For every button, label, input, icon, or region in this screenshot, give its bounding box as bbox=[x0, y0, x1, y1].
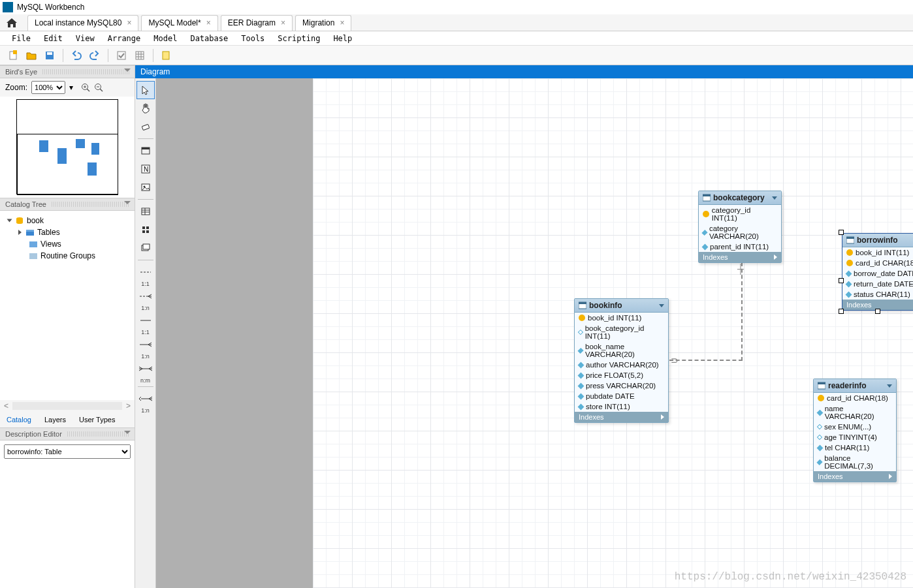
column-row[interactable]: sex ENUM(...) bbox=[814, 422, 896, 432]
close-icon[interactable]: × bbox=[281, 18, 285, 27]
column-row[interactable]: age TINYINT(4) bbox=[814, 432, 896, 442]
zoom-out-icon[interactable] bbox=[94, 83, 103, 92]
tab-local-instance[interactable]: Local instance MySQL80 × bbox=[27, 15, 138, 31]
column-row[interactable]: book_id INT(11) bbox=[575, 313, 668, 323]
column-row[interactable]: category_id INT(11) bbox=[699, 205, 781, 223]
zoom-dropdown-icon[interactable]: ▾ bbox=[69, 83, 73, 92]
description-editor-header[interactable]: Description Editor bbox=[0, 427, 135, 441]
column-row[interactable]: tel CHAR(11) bbox=[814, 442, 896, 453]
menu-view[interactable]: View bbox=[69, 32, 101, 45]
indexes-footer[interactable]: Indexes bbox=[575, 412, 668, 422]
column-row[interactable]: pubdate DATE bbox=[575, 391, 668, 401]
tree-routine-groups-node[interactable]: Routine Groups bbox=[5, 250, 129, 262]
birds-eye-view[interactable] bbox=[0, 97, 135, 198]
menu-model[interactable]: Model bbox=[147, 32, 184, 45]
rel-1-n-id-tool[interactable] bbox=[136, 335, 155, 354]
rel-1-1-id-tool[interactable] bbox=[136, 311, 155, 330]
tab-mysql-model[interactable]: MySQL Model* × bbox=[141, 15, 217, 31]
tree-views-node[interactable]: Views bbox=[5, 238, 129, 250]
menu-tools[interactable]: Tools bbox=[234, 32, 271, 45]
relationship-line[interactable] bbox=[741, 262, 743, 361]
view-tool[interactable] bbox=[136, 221, 155, 239]
table-bookcategory[interactable]: bookcategory category_id INT(11) categor… bbox=[698, 191, 782, 263]
grid-button[interactable] bbox=[132, 48, 148, 63]
relationship-line[interactable] bbox=[669, 360, 743, 361]
validate-button[interactable] bbox=[114, 48, 129, 63]
zoom-select[interactable]: 100% bbox=[31, 81, 65, 94]
column-row[interactable]: return_date DATE bbox=[842, 279, 913, 289]
birds-eye-header[interactable]: Bird's Eye bbox=[0, 65, 135, 78]
menu-edit[interactable]: Edit bbox=[37, 32, 69, 45]
menu-database[interactable]: Database bbox=[184, 32, 234, 45]
column-row[interactable]: parent_id INT(11) bbox=[699, 241, 781, 252]
tab-eer-diagram[interactable]: EER Diagram × bbox=[221, 15, 293, 31]
column-row[interactable]: price FLOAT(5,2) bbox=[575, 370, 668, 380]
layer-tool[interactable] bbox=[136, 142, 155, 160]
column-row[interactable]: card_id CHAR(18) bbox=[814, 393, 896, 403]
catalog-tree-header[interactable]: Catalog Tree bbox=[0, 198, 135, 211]
column-row[interactable]: store INT(11) bbox=[575, 401, 668, 412]
rel-1-1-nonid-tool[interactable] bbox=[136, 263, 155, 281]
close-icon[interactable]: × bbox=[340, 18, 344, 27]
description-object-select[interactable]: borrowinfo: Table bbox=[4, 444, 131, 459]
save-button[interactable] bbox=[42, 48, 57, 63]
menu-help[interactable]: Help bbox=[327, 32, 359, 45]
column-row[interactable]: name VARCHAR(20) bbox=[814, 403, 896, 422]
column-row[interactable]: book_name VARCHAR(20) bbox=[575, 341, 668, 360]
tab-migration[interactable]: Migration × bbox=[295, 15, 351, 31]
zoom-in-icon[interactable] bbox=[81, 83, 90, 92]
column-row[interactable]: borrow_date DATE bbox=[842, 268, 913, 279]
table-header[interactable]: borrowinfo bbox=[842, 234, 913, 247]
menu-arrange[interactable]: Arrange bbox=[101, 32, 148, 45]
undo-button[interactable] bbox=[69, 48, 84, 63]
table-header[interactable]: readerinfo bbox=[814, 379, 896, 393]
column-row[interactable]: category VARCHAR(20) bbox=[699, 223, 781, 241]
collapse-icon[interactable] bbox=[772, 196, 777, 200]
column-row[interactable]: card_id CHAR(18) bbox=[842, 258, 913, 268]
tab-layers[interactable]: Layers bbox=[38, 413, 72, 426]
tree-db-node[interactable]: book bbox=[5, 215, 129, 226]
new-file-button[interactable] bbox=[5, 48, 21, 63]
table-header[interactable]: bookcategory bbox=[699, 191, 781, 205]
redo-button[interactable] bbox=[87, 48, 103, 63]
resize-handle[interactable] bbox=[839, 278, 844, 283]
column-row[interactable]: book_category_id INT(11) bbox=[575, 323, 668, 341]
close-icon[interactable]: × bbox=[206, 18, 211, 27]
table-bookinfo[interactable]: bookinfo book_id INT(11) book_category_i… bbox=[574, 298, 669, 423]
open-file-button[interactable] bbox=[24, 48, 39, 63]
close-icon[interactable]: × bbox=[127, 18, 131, 27]
collapse-icon[interactable] bbox=[659, 304, 664, 307]
resize-handle[interactable] bbox=[839, 309, 844, 314]
routine-group-tool[interactable] bbox=[136, 239, 155, 257]
resize-handle[interactable] bbox=[875, 309, 880, 314]
column-row[interactable]: status CHAR(11) bbox=[842, 289, 913, 300]
rel-n-m-tool[interactable] bbox=[136, 360, 155, 378]
notes-button[interactable] bbox=[159, 48, 174, 63]
tree-tables-node[interactable]: Tables bbox=[5, 226, 129, 238]
column-row[interactable]: book_id INT(11) bbox=[842, 247, 913, 258]
column-row[interactable]: balance DECIMAL(7,3) bbox=[814, 453, 896, 471]
hand-tool[interactable] bbox=[136, 99, 155, 117]
table-borrowinfo[interactable]: borrowinfo book_id INT(11) card_id CHAR(… bbox=[842, 233, 913, 311]
diagram-canvas[interactable]: ⊃ ┼ bookcategory category_id INT(11) cat… bbox=[156, 78, 913, 588]
tab-catalog[interactable]: Catalog bbox=[0, 413, 38, 426]
note-tool[interactable]: N bbox=[136, 160, 155, 178]
pointer-tool[interactable] bbox=[136, 81, 155, 99]
table-tool[interactable] bbox=[136, 202, 155, 221]
table-readerinfo[interactable]: readerinfo card_id CHAR(18) name VARCHAR… bbox=[813, 379, 897, 482]
menu-scripting[interactable]: Scripting bbox=[271, 32, 327, 45]
column-row[interactable]: press VARCHAR(20) bbox=[575, 380, 668, 391]
table-header[interactable]: bookinfo bbox=[575, 299, 668, 313]
rel-1-n-nonid-tool[interactable] bbox=[136, 287, 155, 305]
collapse-icon[interactable] bbox=[887, 384, 892, 388]
rel-existing-tool[interactable] bbox=[136, 390, 155, 408]
menu-file[interactable]: File bbox=[5, 32, 37, 45]
resize-handle[interactable] bbox=[839, 230, 844, 235]
image-tool[interactable] bbox=[136, 178, 155, 196]
catalog-scrollbar[interactable]: < > bbox=[0, 400, 135, 412]
indexes-footer[interactable]: Indexes bbox=[814, 471, 896, 482]
eraser-tool[interactable] bbox=[136, 117, 155, 136]
indexes-footer[interactable]: Indexes bbox=[699, 252, 781, 262]
home-tab[interactable] bbox=[3, 15, 21, 31]
birdseye-viewport[interactable] bbox=[17, 134, 118, 195]
